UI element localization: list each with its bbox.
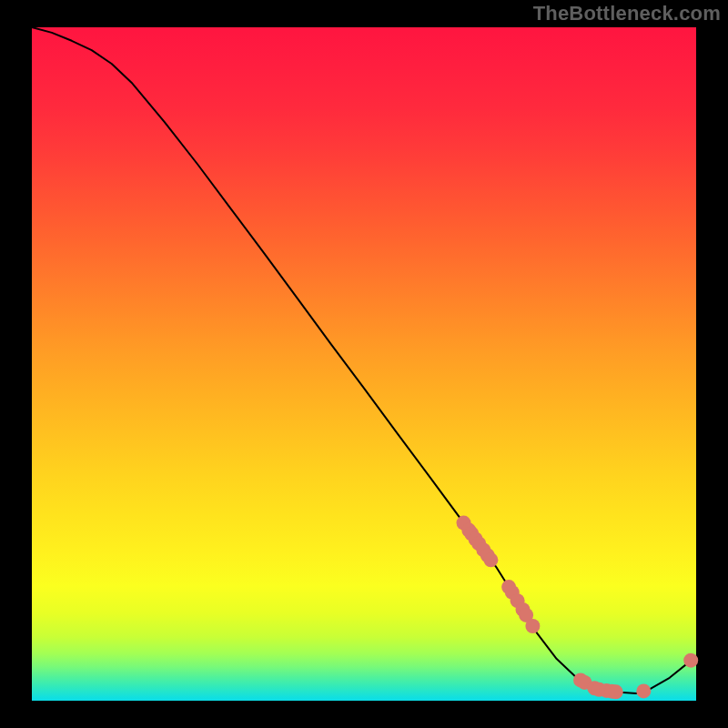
bottleneck-curve-chart [0,0,728,728]
watermark-text: TheBottleneck.com [533,2,721,25]
data-marker [483,552,498,567]
plot-background [32,27,696,701]
data-marker [636,683,651,698]
data-marker [683,653,698,668]
chart-stage: TheBottleneck.com [0,0,728,728]
data-marker [525,619,540,633]
data-marker [609,684,623,699]
